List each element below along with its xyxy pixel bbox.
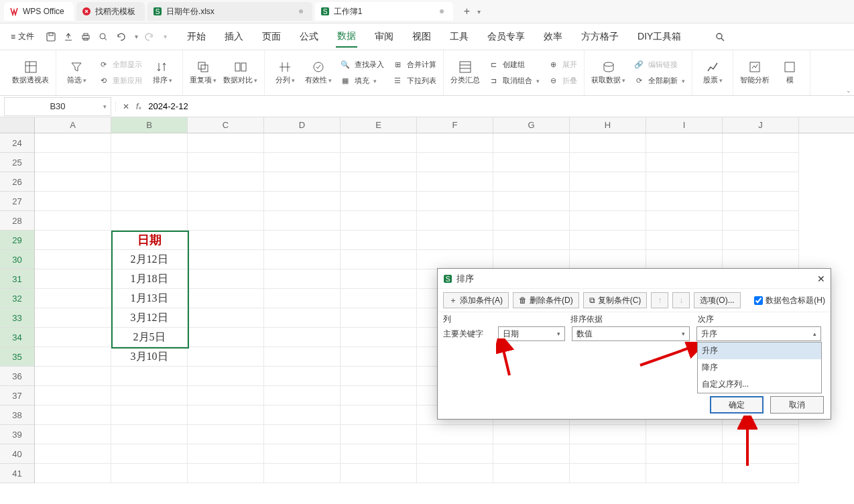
col-header[interactable]: E: [341, 117, 417, 133]
order-select[interactable]: 升序▴ 升序 降序 自定义序列...: [696, 326, 821, 341]
cell[interactable]: [188, 192, 264, 211]
cell[interactable]: [493, 192, 570, 211]
ungroup-button[interactable]: ⊐取消组合▾: [487, 74, 540, 88]
cell[interactable]: [35, 347, 111, 367]
cell[interactable]: [341, 172, 417, 192]
duplicates-button[interactable]: 重复项▾: [190, 60, 217, 85]
cell[interactable]: [646, 192, 723, 211]
cell[interactable]: [188, 425, 264, 444]
cell[interactable]: [646, 153, 723, 172]
cell[interactable]: [341, 444, 417, 464]
sort-button[interactable]: 排序▾: [149, 58, 176, 88]
cell[interactable]: [570, 153, 646, 172]
col-header[interactable]: F: [417, 117, 493, 133]
menu-efficiency[interactable]: 效率: [542, 27, 564, 47]
redo-dropdown-icon[interactable]: ▾: [164, 33, 167, 40]
cell[interactable]: [341, 328, 417, 347]
cell[interactable]: [341, 405, 417, 425]
cell[interactable]: [264, 308, 341, 328]
group-button[interactable]: ⊏创建组: [487, 58, 525, 72]
cell[interactable]: [264, 153, 341, 172]
cell[interactable]: [264, 405, 341, 425]
menu-member[interactable]: 会员专享: [486, 27, 526, 47]
cell[interactable]: [493, 464, 570, 483]
cell[interactable]: [493, 153, 570, 172]
cell[interactable]: [111, 444, 188, 464]
undo-icon[interactable]: [115, 31, 127, 43]
cell[interactable]: [35, 367, 111, 386]
cell[interactable]: [341, 192, 417, 211]
cell[interactable]: [111, 133, 188, 153]
cancel-button[interactable]: 取消: [770, 396, 824, 414]
cell[interactable]: [417, 231, 493, 250]
cell[interactable]: 2月5日: [111, 328, 188, 347]
row-header[interactable]: 26: [0, 172, 35, 192]
cell[interactable]: [111, 464, 188, 483]
cell[interactable]: [341, 308, 417, 328]
cell[interactable]: [35, 308, 111, 328]
cell[interactable]: [723, 444, 799, 464]
col-header[interactable]: H: [570, 117, 646, 133]
tab-file2[interactable]: S 工作簿1: [315, 2, 454, 21]
collapse-ribbon-icon[interactable]: ⌄: [846, 87, 851, 94]
row-header[interactable]: 36: [0, 367, 35, 386]
delete-condition-button[interactable]: 🗑删除条件(D): [513, 292, 579, 308]
cell[interactable]: [111, 192, 188, 211]
menu-ffgz[interactable]: 方方格子: [580, 27, 620, 47]
cell[interactable]: [570, 133, 646, 153]
cell[interactable]: [188, 328, 264, 347]
undo-dropdown-icon[interactable]: ▾: [135, 33, 138, 40]
options-button[interactable]: 选项(O)...: [694, 292, 740, 308]
expand-button[interactable]: ⊕展开: [546, 58, 577, 72]
show-all-button[interactable]: ⟳全部显示: [97, 58, 142, 72]
cell[interactable]: [188, 231, 264, 250]
cell[interactable]: [35, 172, 111, 192]
cell[interactable]: [188, 308, 264, 328]
cell[interactable]: [570, 231, 646, 250]
cell[interactable]: [341, 231, 417, 250]
cell[interactable]: [723, 464, 799, 483]
menu-data[interactable]: 数据: [336, 26, 357, 48]
col-header[interactable]: A: [35, 117, 111, 133]
cell[interactable]: [35, 250, 111, 269]
cell[interactable]: [646, 444, 723, 464]
menu-page[interactable]: 页面: [261, 27, 282, 47]
cell[interactable]: [493, 211, 570, 231]
collapse-button[interactable]: ⊖折叠: [546, 74, 577, 88]
copy-condition-button[interactable]: ⧉复制条件(C): [583, 292, 648, 308]
cell[interactable]: [188, 444, 264, 464]
row-header[interactable]: 29: [0, 231, 35, 250]
get-data-button[interactable]: 获取数据▾: [591, 58, 625, 88]
row-header[interactable]: 38: [0, 405, 35, 425]
cancel-formula-icon[interactable]: ✕: [123, 102, 129, 111]
cell[interactable]: [188, 211, 264, 231]
cell[interactable]: [723, 231, 799, 250]
cell[interactable]: [417, 153, 493, 172]
dropdown-option[interactable]: 降序: [698, 359, 821, 376]
print-preview-icon[interactable]: [97, 31, 109, 43]
cell[interactable]: [417, 425, 493, 444]
add-condition-button[interactable]: ＋添加条件(A): [443, 292, 509, 308]
cell[interactable]: [646, 250, 723, 269]
cell[interactable]: [341, 211, 417, 231]
filter-button[interactable]: 筛选▾: [63, 58, 90, 88]
cell[interactable]: [341, 386, 417, 405]
edit-links-button[interactable]: 🔗编辑链接: [632, 58, 678, 72]
pivot-table-button[interactable]: 数据透视表: [12, 60, 49, 85]
cell[interactable]: [35, 192, 111, 211]
print-icon[interactable]: [80, 31, 92, 43]
cell[interactable]: [35, 231, 111, 250]
tab-overflow-icon[interactable]: ▾: [477, 8, 481, 15]
select-all-corner[interactable]: [0, 117, 35, 133]
cell[interactable]: [35, 269, 111, 289]
cell[interactable]: [493, 231, 570, 250]
cell[interactable]: [264, 172, 341, 192]
row-header[interactable]: 32: [0, 289, 35, 308]
cell[interactable]: [341, 367, 417, 386]
cell[interactable]: [188, 347, 264, 367]
cell[interactable]: 1月13日: [111, 289, 188, 308]
cell[interactable]: [111, 386, 188, 405]
cell[interactable]: [493, 444, 570, 464]
cell[interactable]: [111, 211, 188, 231]
cell[interactable]: [35, 464, 111, 483]
